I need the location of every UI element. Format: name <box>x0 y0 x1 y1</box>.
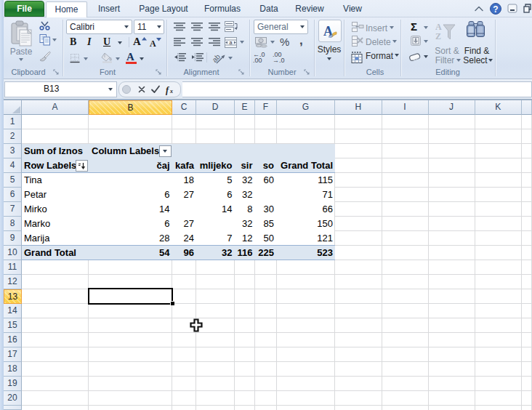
svg-text:a: a <box>230 40 233 45</box>
svg-text:A: A <box>435 22 442 32</box>
svg-text:x: x <box>169 88 173 95</box>
svg-text:Z: Z <box>435 31 441 41</box>
svg-text:?: ? <box>493 4 498 15</box>
svg-text:f: f <box>166 85 169 95</box>
